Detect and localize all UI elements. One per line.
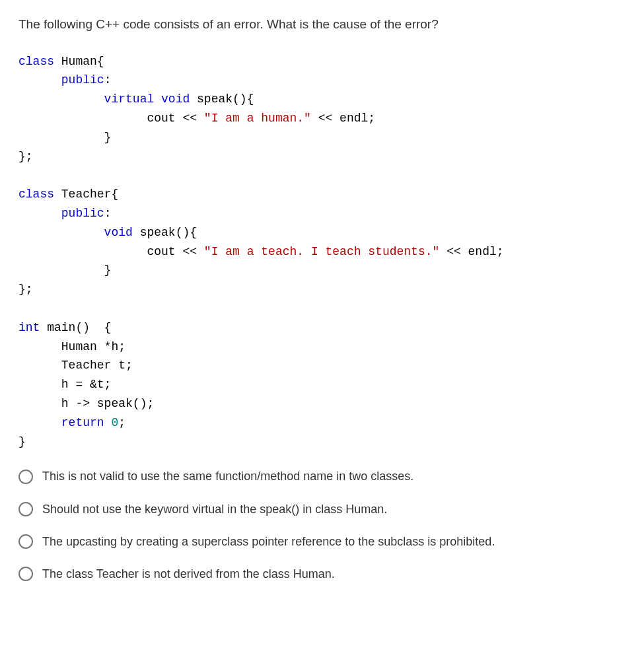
code-text: h = &t;: [18, 378, 111, 391]
code-kw: public: [18, 207, 104, 220]
code-kw: virtual void: [18, 92, 190, 106]
option-4[interactable]: The class Teacher is not derived from th…: [18, 566, 626, 582]
code-kw: class: [18, 188, 54, 201]
code-string: "I am a human.": [204, 112, 311, 125]
code-text: speak(){: [190, 92, 254, 106]
code-text: main() {: [40, 321, 111, 334]
radio-icon[interactable]: [18, 567, 33, 581]
code-text: :: [104, 207, 112, 220]
code-text: ;: [118, 416, 125, 429]
code-kw: int: [18, 321, 40, 334]
question-text: The following C++ code consists of an er…: [18, 16, 626, 34]
radio-icon[interactable]: [18, 534, 33, 549]
options-list: This is not valid to use the same functi…: [18, 468, 626, 582]
code-text: Human *h;: [18, 340, 125, 353]
code-text: };: [18, 150, 33, 163]
code-text: cout <<: [18, 112, 204, 125]
code-text: << endl;: [311, 112, 375, 125]
option-1[interactable]: This is not valid to use the same functi…: [18, 468, 626, 485]
code-text: << endl;: [439, 245, 503, 258]
code-text: }: [18, 131, 111, 144]
code-text: :: [104, 73, 112, 87]
code-number: 0: [111, 416, 118, 429]
code-text: }: [18, 264, 111, 277]
option-text: Should not use the keyword virtual in th…: [42, 501, 387, 518]
option-text: This is not valid to use the same functi…: [42, 468, 413, 485]
code-kw: class: [18, 55, 54, 68]
code-text: }: [18, 435, 26, 448]
code-text: cout <<: [18, 245, 204, 258]
code-text: h -> speak();: [18, 397, 154, 410]
radio-icon[interactable]: [18, 502, 33, 516]
option-text: The class Teacher is not derived from th…: [42, 566, 335, 582]
option-3[interactable]: The upcasting by creating a superclass p…: [18, 534, 626, 550]
code-text: };: [18, 283, 33, 296]
code-text: Human{: [54, 55, 104, 68]
code-kw: return: [18, 416, 111, 429]
code-string: "I am a teach. I teach students.": [204, 245, 439, 258]
radio-icon[interactable]: [18, 470, 33, 484]
code-kw: void: [18, 226, 133, 239]
code-text: Teacher t;: [18, 359, 133, 372]
option-text: The upcasting by creating a superclass p…: [42, 534, 495, 550]
code-kw: public: [18, 73, 104, 87]
option-2[interactable]: Should not use the keyword virtual in th…: [18, 501, 626, 518]
code-text: Teacher{: [54, 188, 118, 201]
code-text: speak(){: [133, 226, 197, 239]
code-block: class Human{ public: virtual void speak(…: [18, 52, 626, 452]
